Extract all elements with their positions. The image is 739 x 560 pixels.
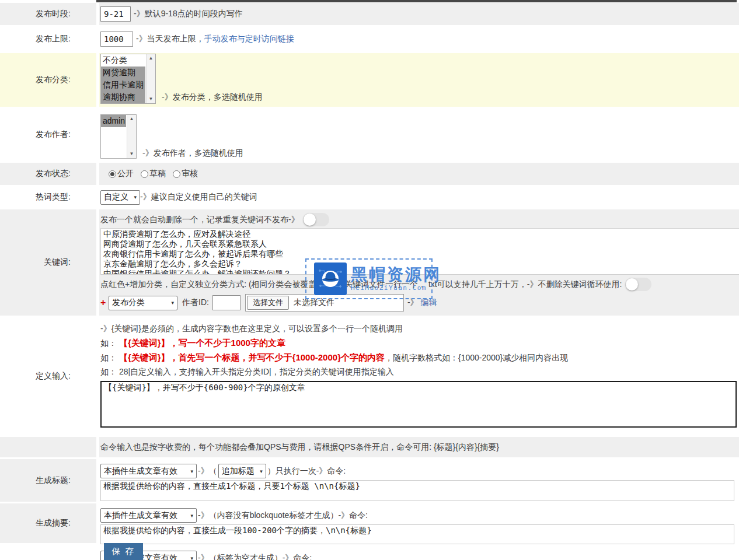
example-prefix: 如：	[100, 338, 119, 348]
manual-publish-link[interactable]: 手动发布与定时访问链接	[204, 34, 294, 44]
publish-time-input[interactable]	[100, 6, 131, 22]
keyword-file-input[interactable]: 选择文件 未选择文件	[245, 294, 404, 312]
radio-label: 公开	[117, 169, 134, 179]
author-id-label: 作者ID:	[182, 298, 209, 308]
status-radio[interactable]: 审核	[173, 169, 198, 179]
row-publish-time: 发布时段: -》默认9-18点的时间段内写作	[0, 3, 739, 25]
custom-input-label: 定义输入:	[0, 317, 96, 435]
row-command-notice: 命令输入也是按字收费的，每个功能都会叠加QPS与费用，请根据QPS条件开启，命令…	[0, 437, 739, 457]
keywords-textarea[interactable]: 中原消费逾期了怎么办，应对及解决途径 网商贷逾期了怎么办，几天会联系紧急联系人 …	[100, 228, 739, 275]
example-1: 【{关键词}】，写一个不少于1000字的文章	[119, 338, 285, 348]
title-command-textarea[interactable]: 根据我提供给你的内容，直接生成1个标题，只要1个标题 \n\n{标题}	[100, 480, 734, 501]
file-status-text: 未选择文件	[294, 298, 334, 308]
status-radio[interactable]: 公开	[109, 169, 134, 179]
publish-category-label: 发布分类:	[0, 53, 96, 107]
row-hotword-type: 热词类型: 自定义 ▾ -》建议自定义使用自己的关键词	[0, 187, 739, 208]
publish-time-hint: -》默认9-18点的时间段内写作	[134, 9, 243, 19]
category-scrollbar[interactable]: ▲ ▼	[146, 54, 155, 103]
row-publish-limit: 发布上限: -》当天发布上限， 手动发布与定时访问链接	[0, 27, 739, 51]
status-radio[interactable]: 草稿	[141, 169, 166, 179]
chevron-down-icon: ▾	[171, 300, 174, 306]
radio-label: 审核	[182, 169, 198, 179]
category-multiselect[interactable]: 不分类网贷逾期信用卡逾期逾期协商 ▲ ▼	[100, 54, 156, 104]
plugin-settings-page: 发布时段: -》默认9-18点的时间段内写作 发布上限: -》当天发布上限， 手…	[0, 0, 739, 560]
empty-label	[0, 437, 96, 457]
category-tip: 点红色+增加分类，自定义独立分类方式: (相同分类会被覆盖)，传txt关键词文件…	[100, 279, 624, 290]
command-notice-text: 命令输入也是按字收费的，每个功能都会叠加QPS与费用，请根据QPS条件开启，命令…	[100, 442, 499, 453]
hotword-type-select[interactable]: 自定义 ▾	[100, 190, 140, 205]
summary-sep: -》（内容没有blockquote标签才生成）-》命令:	[198, 510, 368, 521]
example-prefix: 如：	[100, 353, 119, 362]
generate-summary-label: 生成摘要:	[0, 503, 96, 543]
keyword-category-select[interactable]: 发布分类 ▾	[109, 296, 177, 310]
example-2-note: ，随机字数格式如：{1000-2000}减少相同内容出现	[385, 353, 568, 362]
title-sep1: -》（	[198, 466, 217, 477]
scroll-down-icon[interactable]: ▼	[130, 152, 134, 156]
author-id-input[interactable]	[212, 295, 240, 310]
custom-input-rule: -》{关键词}是必须的，生成内容字数也在这里定义，可以设置多个一行一个随机调用	[100, 324, 739, 334]
category-option[interactable]: 不分类	[101, 54, 145, 66]
row-keywords: 关键词: 发布一个就会自动删除一个，记录重复关键词不发布-》 中原消费逾期了怎么…	[0, 209, 739, 316]
toggle-knob	[304, 214, 316, 226]
example-2: 【{关键词}】，首先写一个标题，并写不少于{1000-2000}个字的内容	[119, 352, 385, 362]
select-value: 本插件生成文章有效	[104, 466, 177, 477]
choose-file-button[interactable]: 选择文件	[247, 296, 289, 310]
auto-delete-hint: 发布一个就会自动删除一个，记录重复关键词不发布-》	[100, 215, 299, 225]
publish-author-hint: -》发布作者，多选随机使用	[142, 148, 243, 159]
tag-sep: -》（标签为空才生成）-》命令:	[198, 553, 312, 560]
row-publish-status: 发布状态: 公开草稿审核	[0, 163, 739, 185]
edit-keywords-link[interactable]: 编辑	[420, 298, 437, 308]
generate-title-label: 生成标题:	[0, 459, 96, 502]
publish-time-label: 发布时段:	[0, 3, 96, 25]
title-mode-select[interactable]: 追加标题 ▾	[218, 464, 266, 478]
author-scrollbar[interactable]: ▲ ▼	[127, 115, 136, 158]
author-option[interactable]: admin	[101, 115, 126, 127]
row-publish-author: 发布作者: admin ▲ ▼ -》发布作者，多选随机使用	[0, 108, 739, 161]
auto-delete-toggle[interactable]	[303, 213, 329, 226]
scroll-down-icon[interactable]: ▼	[149, 97, 154, 102]
chevron-down-icon: ▾	[134, 194, 137, 200]
row-publish-category: 发布分类: 不分类网贷逾期信用卡逾期逾期协商 ▲ ▼ -》发布分类，多选随机使用	[0, 53, 739, 107]
category-option[interactable]: 信用卡逾期	[101, 79, 145, 91]
row-generate-title: 生成标题: 本插件生成文章有效 ▾ -》（ 追加标题 ▾ ）只执行一次-》命令:…	[0, 459, 739, 502]
publish-limit-label: 发布上限:	[0, 27, 96, 51]
radio-icon	[173, 170, 180, 178]
select-value: 本插件生成文章有效	[104, 510, 177, 521]
toggle-knob	[626, 278, 638, 290]
chevron-down-icon: ▾	[260, 468, 263, 474]
radio-icon	[141, 170, 148, 178]
hotword-type-label: 热词类型:	[0, 187, 96, 208]
title-sep2: ）只执行一次-》命令:	[267, 466, 346, 477]
example-3: 如： 28|自定义输入，支持输入开头指定分类ID|，指定分类的关键词使用指定输入	[100, 367, 739, 377]
category-option[interactable]: 逾期协商	[101, 91, 145, 103]
row-generate-summary: 生成摘要: 本插件生成文章有效 ▾ -》（内容没有blockquote标签才生成…	[0, 503, 739, 543]
title-scope-select[interactable]: 本插件生成文章有效 ▾	[100, 464, 197, 478]
publish-category-hint: -》发布分类，多选随机使用	[162, 92, 263, 103]
empty-label	[0, 545, 96, 560]
summary-scope-select[interactable]: 本插件生成文章有效 ▾	[100, 508, 197, 523]
status-radio-group: 公开草稿审核	[109, 169, 205, 179]
custom-input-textarea[interactable]: 【{关键词}】，并写不少于{600-900}个字的原创文章	[100, 381, 737, 428]
scroll-up-icon[interactable]: ▲	[130, 117, 134, 121]
summary-command-textarea[interactable]: 根据我提供给你的内容，直接生成一段100-200个字的摘要，\n\n{标题}	[100, 524, 734, 544]
scroll-up-icon[interactable]: ▲	[149, 56, 154, 61]
radio-label: 草稿	[149, 169, 166, 179]
select-value: 发布分类	[112, 298, 145, 308]
publish-author-label: 发布作者:	[0, 108, 96, 161]
radio-icon	[109, 170, 116, 178]
publish-limit-hint: -》当天发布上限，	[136, 34, 204, 44]
author-multiselect[interactable]: admin ▲ ▼	[100, 114, 137, 159]
save-button[interactable]: 保 存	[104, 543, 143, 560]
previous-textarea-edge	[96, 0, 737, 2]
chevron-down-icon: ▾	[190, 513, 193, 519]
keyword-loop-toggle[interactable]	[625, 278, 651, 291]
add-category-button[interactable]: +	[100, 298, 109, 308]
row-custom-input: 定义输入: -》{关键词}是必须的，生成内容字数也在这里定义，可以设置多个一行一…	[0, 317, 739, 435]
chevron-down-icon: ▾	[190, 555, 193, 560]
publish-status-label: 发布状态:	[0, 163, 96, 185]
select-value: 自定义	[104, 192, 128, 202]
hotword-type-hint: -》建议自定义使用自己的关键词	[140, 192, 257, 202]
publish-limit-input[interactable]	[100, 32, 133, 47]
category-option[interactable]: 网贷逾期	[101, 66, 145, 79]
chevron-down-icon: ▾	[190, 468, 193, 474]
